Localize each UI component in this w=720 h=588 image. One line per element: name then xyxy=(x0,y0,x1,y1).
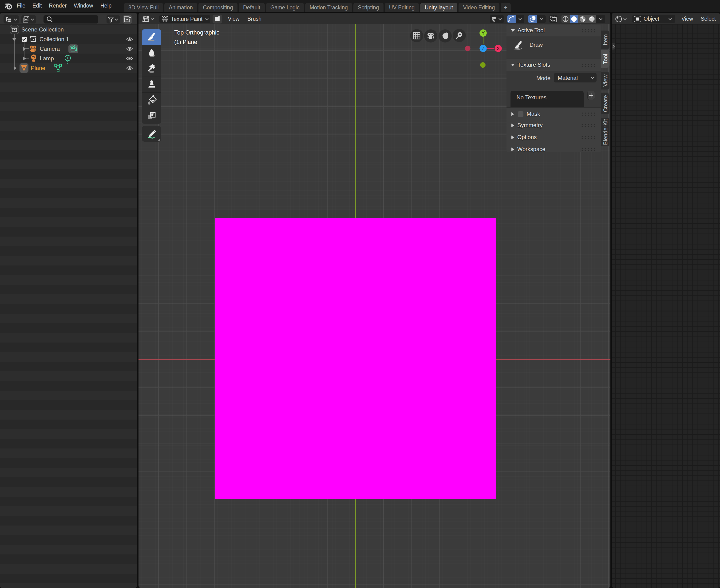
svg-text:X: X xyxy=(496,46,500,51)
svg-text:Y: Y xyxy=(481,30,485,36)
svg-text:Z: Z xyxy=(482,46,485,51)
